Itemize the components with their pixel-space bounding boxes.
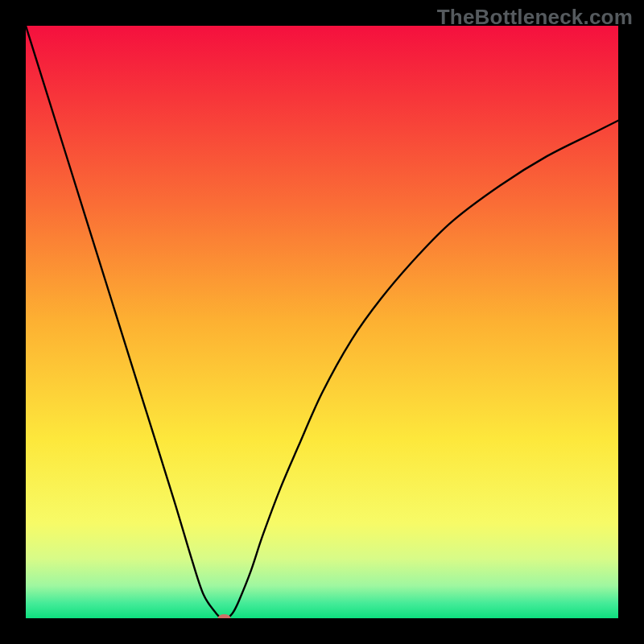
bottleneck-curve	[26, 26, 618, 618]
curve-layer	[26, 26, 618, 618]
chart-outer-frame: TheBottleneck.com	[0, 0, 644, 644]
watermark-text: TheBottleneck.com	[437, 5, 633, 30]
plot-area	[26, 26, 618, 618]
min-marker-icon	[218, 614, 231, 618]
